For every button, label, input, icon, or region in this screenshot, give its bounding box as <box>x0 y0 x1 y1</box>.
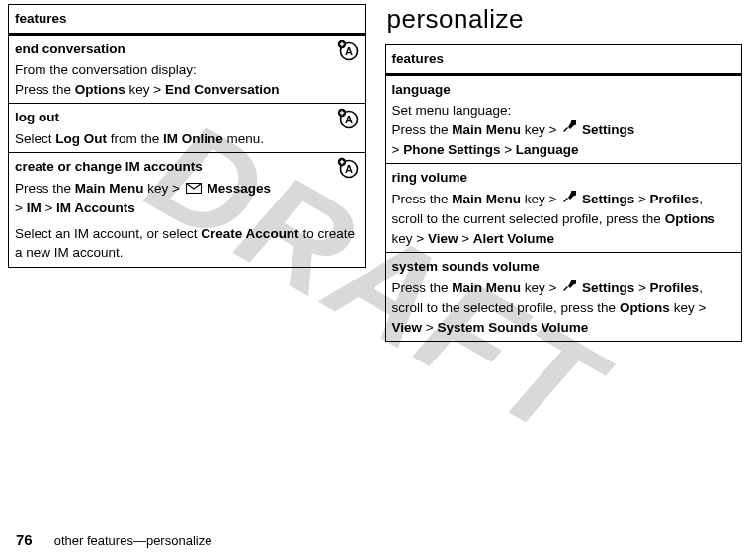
sep: > <box>42 200 56 215</box>
row-create-im: A create or change IM accounts Press the… <box>9 153 366 267</box>
row-press: Press the Options key > End Conversation <box>15 80 359 100</box>
text: key > <box>521 192 560 206</box>
menu-target: Settings <box>582 280 634 295</box>
page-content: features A end conversation From the con… <box>0 0 750 342</box>
menu-name: IM Online <box>163 131 223 146</box>
sep: > <box>15 200 27 215</box>
menu-target: System Sounds Volume <box>437 320 588 335</box>
row-press: Press the Main Menu key > Settings > Pho… <box>392 120 736 160</box>
sep: > <box>634 280 649 295</box>
text: key > <box>521 122 560 137</box>
menu-target: Settings <box>582 192 634 206</box>
menu-target: Profiles <box>650 280 700 295</box>
row-title: language <box>392 80 736 100</box>
text: Select <box>15 131 55 146</box>
sep: > <box>634 192 649 206</box>
row-title: ring volume <box>392 168 736 188</box>
text: menu. <box>223 131 264 146</box>
sep: > <box>392 142 404 157</box>
row-system-sounds: system sounds volume Press the Main Menu… <box>385 253 742 342</box>
key-label: Options <box>665 211 715 226</box>
menu-target: Alert Volume <box>473 231 554 246</box>
globe-plus-icon: A <box>337 108 359 135</box>
svg-text:A: A <box>345 114 353 125</box>
row-press-line: Press the Main Menu key > Messages > IM … <box>15 179 359 218</box>
text: Press the <box>392 280 453 295</box>
menu-item: Log Out <box>55 131 107 146</box>
menu-target: Profiles <box>650 192 700 206</box>
menu-target: Settings <box>582 122 634 137</box>
menu-target: End Conversation <box>165 82 280 97</box>
sep: > <box>422 320 437 335</box>
right-column: personalize features language Set menu l… <box>385 4 743 342</box>
row-text: Select Log Out from the IM Online menu. <box>15 129 359 149</box>
row-title: end conversation <box>15 40 359 59</box>
svg-text:A: A <box>345 45 353 57</box>
text: from the <box>107 131 163 146</box>
globe-plus-icon: A <box>337 157 359 185</box>
row-desc: From the conversation display: <box>15 60 359 80</box>
row-ring-volume: ring volume Press the Main Menu key > Se… <box>385 164 742 253</box>
row-title: log out <box>15 108 359 127</box>
menu-target: IM <box>27 200 42 215</box>
key-label: Main Menu <box>452 122 521 137</box>
envelope-icon <box>186 182 202 197</box>
page-footer: 76 other features—personalize <box>16 531 211 548</box>
text: key > <box>670 300 706 315</box>
key-label: Main Menu <box>75 181 144 196</box>
menu-item: Create Account <box>201 226 298 241</box>
key-label: Options <box>75 82 125 97</box>
left-header: features <box>9 5 366 35</box>
menu-target: View <box>392 320 423 335</box>
svg-text:A: A <box>345 163 353 175</box>
left-column: features A end conversation From the con… <box>8 4 366 342</box>
key-label: Main Menu <box>452 280 521 295</box>
page-number: 76 <box>16 531 33 548</box>
text: Select an IM account, or select <box>15 226 201 241</box>
key-label: Options <box>620 300 670 315</box>
right-table: features language Set menu language: Pre… <box>385 44 743 342</box>
menu-target: Language <box>516 142 579 157</box>
tools-icon <box>562 193 576 207</box>
text: key > <box>521 280 560 295</box>
sep: > <box>458 231 472 246</box>
page-title: personalize <box>387 4 743 35</box>
row-end-conversation: A end conversation From the conversation… <box>9 34 366 104</box>
row-press: Press the Main Menu key > Settings > Pro… <box>392 190 736 248</box>
row-desc: Select an IM account, or select Create A… <box>15 224 359 263</box>
sep: > <box>500 142 515 157</box>
row-press: Press the Main Menu key > Settings > Pro… <box>392 279 736 337</box>
text: Press the <box>15 181 75 196</box>
row-title: system sounds volume <box>392 257 736 277</box>
tools-icon <box>562 281 576 296</box>
key-label: Main Menu <box>452 192 521 206</box>
globe-plus-icon: A <box>337 40 359 67</box>
menu-target: IM Accounts <box>56 200 135 215</box>
row-desc: Set menu language: <box>392 101 736 120</box>
left-table: features A end conversation From the con… <box>8 4 366 268</box>
text: Press the <box>15 82 75 97</box>
menu-target: View <box>428 231 458 246</box>
menu-target: Phone Settings <box>403 142 500 157</box>
tools-icon <box>562 122 576 137</box>
footer-text: other features—personalize <box>54 533 212 548</box>
text: Press the <box>392 122 453 137</box>
text: key > <box>125 82 165 97</box>
row-title: create or change IM accounts <box>15 157 359 177</box>
right-header: features <box>385 45 742 75</box>
text: key > <box>144 181 184 196</box>
row-log-out: A log out Select Log Out from the IM Onl… <box>9 104 366 153</box>
text: Press the <box>392 192 453 206</box>
row-language: language Set menu language: Press the Ma… <box>385 74 742 164</box>
menu-target: Messages <box>207 181 271 196</box>
text: key > <box>392 231 428 246</box>
